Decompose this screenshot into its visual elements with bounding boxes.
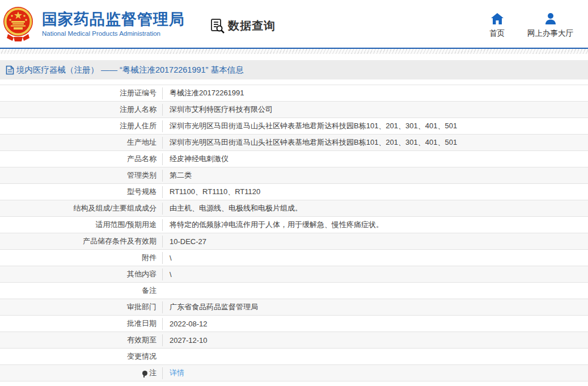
row-label: 结构及组成/主要组成成分 [0,203,162,213]
row-label: 型号规格 [0,187,162,197]
spacer [0,54,588,60]
spacer [0,79,588,85]
row-value: 2022-08-12 [163,320,208,328]
table-row: 注册人住所深圳市光明区马田街道马山头社区钟表基地君斯达科技园B栋101、201、… [0,118,588,135]
row-label: 变更情况 [0,351,162,362]
header-nav: 首页 网上办事大厅 [489,9,573,39]
row-label: 批准日期 [0,318,162,329]
row-label: 产品名称 [0,154,162,164]
table-row: 其他内容\ [0,266,588,283]
data-search-icon [210,18,225,33]
nav-home-label: 首页 [489,28,505,39]
table-row: 审批部门广东省食品药品监督管理局 [0,299,588,316]
row-label: 注册人住所 [0,121,162,131]
row-label: 产品储存条件及有效期 [0,236,162,246]
row-value: 详情 [163,368,184,378]
table-row: 管理类别第二类 [0,167,588,184]
row-value: 深圳市光明区马田街道马山头社区钟表基地君斯达科技园B栋101、201、301、4… [163,121,457,131]
row-value: 由主机、电源线、电极线和电极片组成。 [163,203,302,213]
nav-service-hall-label: 网上办事大厅 [527,28,573,39]
breadcrumb: 境内医疗器械（注册） —— “粤械注准20172261991” 基本信息 [0,60,588,79]
row-value: 深圳市光明区马田街道马山头社区钟表基地君斯达科技园B栋101、201、301、4… [163,137,457,148]
nav-service-hall[interactable]: 网上办事大厅 [527,12,573,39]
table-row: 备注 [0,283,588,299]
home-icon [490,12,504,25]
row-value: 粤械注准20172261991 [163,88,244,98]
row-value: 深圳市艾利特医疗科技有限公司 [163,104,273,115]
user-icon [544,12,557,25]
hatch-pattern-strip [0,49,588,54]
table-row: 有效期至2027-12-10 [0,332,588,349]
site-logo[interactable]: 国家药品监督管理局 National Medical Products Admi… [3,6,185,42]
row-label: 备注 [0,286,162,296]
national-emblem-icon [3,6,35,42]
row-value: \ [163,254,172,262]
row-value: 广东省食品药品监督管理局 [163,302,258,312]
row-value: \ [163,270,172,279]
row-label: 审批部门 [0,302,162,312]
table-row: 产品储存条件及有效期10-DEC-27 [0,233,588,250]
site-title: 国家药品监督管理局 [42,11,185,28]
data-query-label: 数据查询 [228,18,276,33]
table-row: 生产地址深圳市光明区马田街道马山头社区钟表基地君斯达科技园B栋101、201、3… [0,135,588,151]
table-row: 注详情 [0,365,588,381]
row-label: 注册人名称 [0,104,162,115]
nav-home[interactable]: 首页 [489,12,505,39]
registration-info-table: 注册证编号粤械注准20172261991注册人名称深圳市艾利特医疗科技有限公司注… [0,85,588,381]
row-label: 注 [0,368,162,378]
row-value: 将特定的低频脉冲电流作用于人体，用于缓解急、慢性疼痛症状。 [163,220,383,230]
detail-link[interactable]: 详情 [170,368,184,377]
row-label: 其他内容 [0,269,162,279]
table-row: 注册人名称深圳市艾利特医疗科技有限公司 [0,102,588,118]
site-subtitle: National Medical Products Administration [42,30,185,37]
table-row: 产品名称经皮神经电刺激仪 [0,151,588,167]
table-row: 变更情况 [0,349,588,365]
row-label: 管理类别 [0,170,162,181]
table-row: 结构及组成/主要组成成分由主机、电源线、电极线和电极片组成。 [0,200,588,217]
data-query-tab[interactable]: 数据查询 [210,18,276,33]
row-label: 有效期至 [0,335,162,345]
row-value: 2027-12-10 [163,336,208,345]
note-icon [142,371,147,376]
table-row: 型号规格RT1100、RT1110、RT1120 [0,184,588,200]
breadcrumb-text: 境内医疗器械（注册） —— “粤械注准20172261991” 基本信息 [16,65,243,75]
row-label: 附件 [0,253,162,263]
page-header: 国家药品监督管理局 National Medical Products Admi… [0,0,588,48]
row-label: 适用范围/预期用途 [0,220,162,230]
document-icon [6,65,14,75]
row-label: 注册证编号 [0,88,162,98]
table-row: 注册证编号粤械注准20172261991 [0,85,588,102]
table-row: 适用范围/预期用途将特定的低频脉冲电流作用于人体，用于缓解急、慢性疼痛症状。 [0,217,588,233]
row-value: 经皮神经电刺激仪 [163,154,229,164]
site-title-block: 国家药品监督管理局 National Medical Products Admi… [42,11,185,36]
table-row: 附件\ [0,250,588,266]
row-value: 10-DEC-27 [163,237,206,246]
table-row: 批准日期2022-08-12 [0,316,588,332]
row-value: 第二类 [163,170,192,181]
row-value: RT1100、RT1110、RT1120 [163,187,260,197]
row-label: 生产地址 [0,137,162,148]
